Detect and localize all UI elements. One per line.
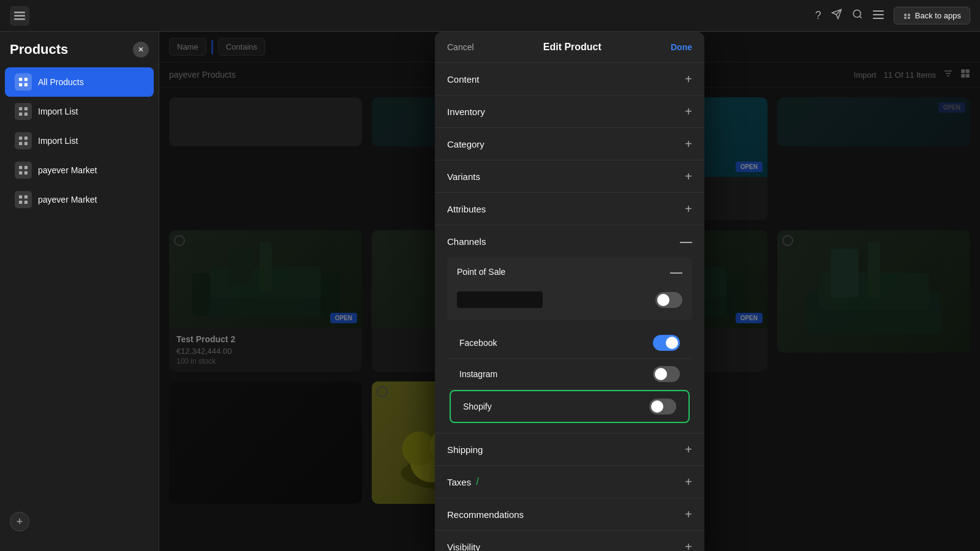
- instagram-toggle[interactable]: [653, 366, 680, 382]
- taxes-row: Taxes /: [447, 476, 479, 487]
- svg-rect-25: [19, 201, 22, 204]
- sort-icon[interactable]: [943, 69, 953, 81]
- all-products-label: All Products: [38, 77, 84, 87]
- channels-section: Channels — Point of Sale —: [435, 225, 704, 433]
- table-row[interactable]: [777, 230, 970, 353]
- import-list-1-label: Import List: [38, 107, 78, 116]
- visibility-section[interactable]: Visibility +: [435, 531, 704, 551]
- cancel-button[interactable]: Cancel: [447, 42, 474, 52]
- sidebar-title: Products: [10, 42, 68, 58]
- table-row[interactable]: OPEN: [777, 97, 970, 146]
- back-to-apps-button[interactable]: Back to apps: [894, 7, 970, 24]
- instagram-channel-row: Instagram: [447, 359, 692, 390]
- edit-panel-title: Edit Product: [543, 42, 601, 53]
- svg-rect-26: [24, 201, 28, 204]
- svg-rect-23: [19, 195, 22, 198]
- help-icon[interactable]: ?: [815, 9, 821, 22]
- channels-header[interactable]: Channels —: [435, 225, 704, 257]
- content-expand-icon: +: [685, 73, 692, 85]
- shipping-label: Shipping: [447, 444, 483, 455]
- import-list-1-icon: [15, 103, 32, 120]
- inventory-label: Inventory: [447, 107, 485, 117]
- table-row[interactable]: [169, 381, 362, 504]
- product-price-2: €12,342,444.00: [176, 347, 355, 356]
- svg-rect-32: [192, 273, 211, 316]
- sidebar-close-button[interactable]: ✕: [133, 42, 149, 58]
- topbar-right: ? Back to apps: [815, 7, 970, 24]
- content-area: Name Contains payever Products Import 11…: [159, 32, 980, 551]
- facebook-label: Facebook: [459, 338, 497, 348]
- open-badge-4: OPEN: [736, 313, 763, 323]
- svg-rect-11: [19, 107, 22, 110]
- recommendations-section[interactable]: Recommendations +: [435, 498, 704, 531]
- import-list-2-label: Import List: [38, 136, 78, 146]
- recommendations-expand-icon: +: [685, 508, 692, 520]
- topbar-left: [10, 6, 29, 26]
- channels-body: Point of Sale —: [435, 257, 704, 433]
- svg-rect-1: [14, 15, 25, 17]
- add-collection-button[interactable]: +: [10, 512, 29, 531]
- contains-filter-chip[interactable]: Contains: [218, 38, 265, 56]
- source-label: payever Products: [169, 70, 236, 80]
- svg-rect-39: [726, 273, 745, 316]
- svg-rect-12: [24, 107, 28, 110]
- taxes-expand-icon: +: [685, 476, 692, 488]
- menu-icon[interactable]: [873, 9, 884, 22]
- main-layout: Products ✕ All Products: [0, 32, 980, 551]
- attributes-expand-icon: +: [685, 203, 692, 215]
- app-icon[interactable]: [10, 6, 29, 26]
- pos-input[interactable]: [457, 291, 543, 308]
- shopify-toggle-slider: [649, 399, 676, 414]
- sidebar-item-import-list-2[interactable]: Import List: [5, 126, 154, 156]
- category-expand-icon: +: [685, 138, 692, 150]
- subheader-right: Import 11 Of 11 Items: [854, 69, 970, 81]
- svg-rect-30: [966, 74, 970, 78]
- sidebar-item-payever-market-2[interactable]: payever Market: [5, 185, 154, 214]
- open-badge-2: OPEN: [330, 313, 357, 323]
- content-section[interactable]: Content +: [435, 63, 704, 96]
- subheader-source: payever Products: [169, 70, 236, 80]
- svg-rect-33: [321, 273, 339, 316]
- shopify-toggle[interactable]: [649, 399, 676, 414]
- svg-point-3: [853, 10, 861, 17]
- channels-collapse-icon: —: [680, 235, 692, 247]
- instagram-toggle-slider: [653, 366, 680, 382]
- svg-rect-13: [19, 113, 22, 116]
- svg-rect-9: [19, 83, 22, 86]
- variants-section[interactable]: Variants +: [435, 160, 704, 193]
- sidebar-item-all-products[interactable]: All Products: [5, 67, 154, 97]
- table-row[interactable]: [169, 97, 362, 146]
- import-list-2-icon: [15, 132, 32, 149]
- svg-rect-29: [961, 74, 965, 78]
- svg-rect-10: [24, 83, 28, 86]
- payever-market-1-label: payever Market: [38, 165, 97, 175]
- done-button[interactable]: Done: [671, 42, 692, 52]
- name-filter-chip[interactable]: Name: [169, 38, 206, 56]
- product-checkbox-yellow[interactable]: [377, 386, 388, 397]
- product-checkbox-5[interactable]: [782, 235, 793, 246]
- shipping-section[interactable]: Shipping +: [435, 433, 704, 466]
- pos-header[interactable]: Point of Sale —: [447, 257, 692, 287]
- grid-view-icon[interactable]: [960, 69, 970, 81]
- product-card-2[interactable]: OPEN Test Product 2 €12,342,444.00 100 i…: [169, 230, 362, 372]
- sidebar-item-import-list-1[interactable]: Import List: [5, 97, 154, 126]
- product-info-2: Test Product 2 €12,342,444.00 100 in sto…: [169, 328, 362, 372]
- import-button[interactable]: Import: [854, 70, 876, 80]
- inventory-section[interactable]: Inventory +: [435, 96, 704, 128]
- product-stock-2: 100 in stock: [176, 357, 355, 365]
- taxes-section[interactable]: Taxes / +: [435, 466, 704, 498]
- category-section[interactable]: Category +: [435, 128, 704, 160]
- search-icon[interactable]: [852, 9, 863, 23]
- pos-collapse-icon: —: [670, 266, 682, 278]
- pos-toggle[interactable]: [655, 292, 682, 308]
- all-products-icon: [15, 73, 32, 91]
- pos-toggle-row: [457, 287, 682, 313]
- shopify-label: Shopify: [463, 402, 492, 411]
- sidebar-header: Products ✕: [0, 42, 159, 67]
- send-icon[interactable]: [831, 9, 842, 23]
- product-checkbox-2[interactable]: [174, 235, 185, 246]
- attributes-section[interactable]: Attributes +: [435, 193, 704, 225]
- sidebar-item-payever-market-1[interactable]: payever Market: [5, 156, 154, 185]
- payever-market-2-icon: [15, 191, 32, 208]
- facebook-toggle[interactable]: [653, 335, 680, 351]
